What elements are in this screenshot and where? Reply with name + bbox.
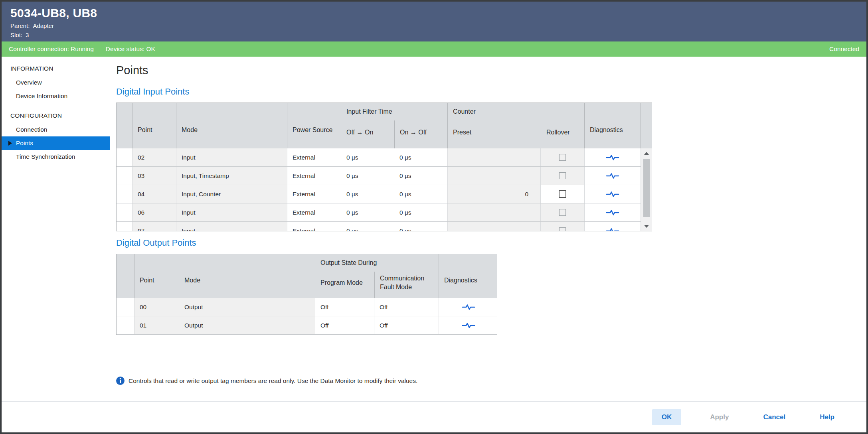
row-selector[interactable] — [117, 167, 132, 185]
diagnostics-cell[interactable] — [585, 222, 641, 231]
row-selector[interactable] — [117, 203, 132, 221]
filter-on-off-cell[interactable]: 0 µs — [394, 222, 448, 231]
sidebar-section-information: INFORMATION — [2, 61, 110, 76]
input-table-scrollbar[interactable] — [641, 148, 652, 231]
comm-fault-mode-cell[interactable]: Off — [374, 316, 439, 334]
input-row-02: 02 Input External 0 µs 0 µs — [117, 148, 652, 167]
filter-off-on-cell[interactable]: 0 µs — [341, 148, 394, 166]
sidebar-item-overview[interactable]: Overview — [2, 76, 110, 89]
sidebar-item-points[interactable]: Points — [2, 136, 110, 150]
diagnostics-pulse-icon — [606, 172, 619, 180]
diagnostics-cell[interactable] — [439, 316, 497, 334]
mode-cell: Input — [176, 222, 287, 231]
device-status: Device status: OK — [106, 45, 155, 53]
input-header-diagnostics: Diagnostics — [585, 103, 641, 148]
program-mode-cell[interactable]: Off — [315, 316, 374, 334]
diagnostics-pulse-icon — [606, 209, 619, 216]
device-configuration-window: 5034-UB8, UB8 Parent:Adapter Slot:3 Cont… — [0, 0, 868, 434]
scroll-up-button[interactable] — [641, 149, 652, 157]
filter-off-on-cell[interactable]: 0 µs — [341, 222, 394, 231]
diagnostics-cell[interactable] — [585, 148, 641, 166]
mode-cell: Input, Counter — [176, 185, 287, 203]
power-source-cell[interactable]: External — [287, 148, 341, 166]
scrollbar-thumb[interactable] — [643, 159, 650, 217]
rollover-cell — [541, 222, 585, 231]
preset-cell — [448, 222, 541, 231]
input-header-on-off: On → Off — [394, 120, 448, 148]
input-table-body: 02 Input External 0 µs 0 µs 03 — [117, 148, 652, 231]
power-source-cell[interactable]: External — [287, 222, 341, 231]
diagnostics-cell[interactable] — [585, 167, 641, 185]
rollover-checkbox — [559, 172, 566, 179]
rollover-checkbox — [559, 209, 566, 216]
input-row-07: 07 Input External 0 µs 0 µs — [117, 222, 652, 231]
row-selector[interactable] — [117, 316, 134, 334]
filter-off-on-cell[interactable]: 0 µs — [341, 167, 394, 185]
filter-on-off-cell[interactable]: 0 µs — [394, 185, 448, 203]
device-header: 5034-UB8, UB8 Parent:Adapter Slot:3 — [2, 2, 866, 41]
row-selector[interactable] — [117, 185, 132, 203]
cancel-button[interactable]: Cancel — [757, 409, 791, 425]
row-selector[interactable] — [117, 298, 134, 316]
rollover-checkbox[interactable] — [559, 190, 566, 198]
diagnostics-pulse-icon — [606, 154, 619, 161]
power-source-cell[interactable]: External — [287, 203, 341, 221]
output-table-header: Point Mode Output State During Program M… — [117, 254, 497, 298]
point-cell: 03 — [132, 167, 176, 185]
diagnostics-cell[interactable] — [439, 298, 497, 316]
preset-cell — [448, 167, 541, 185]
digital-input-points-heading: Digital Input Points — [116, 87, 866, 97]
device-slot-row: Slot:3 — [10, 32, 857, 38]
info-note: Controls that read or write output tag m… — [116, 377, 866, 385]
output-header-group-output-state: Output State During Program Mode Communi… — [315, 254, 439, 298]
filter-on-off-cell[interactable]: 0 µs — [394, 203, 448, 221]
input-header-off-on: Off → On — [341, 120, 394, 148]
filter-off-on-cell[interactable]: 0 µs — [341, 203, 394, 221]
rollover-checkbox — [559, 154, 566, 161]
parent-label: Parent: — [10, 22, 30, 29]
connected-badge: Connected — [829, 45, 859, 53]
row-selector[interactable] — [117, 148, 132, 166]
program-mode-cell[interactable]: Off — [315, 298, 374, 316]
power-source-cell[interactable]: External — [287, 185, 341, 203]
input-header-mode: Mode — [176, 103, 287, 148]
row-selector[interactable] — [117, 222, 132, 231]
scroll-up-arrow-icon — [644, 152, 649, 155]
comm-fault-mode-cell[interactable]: Off — [374, 298, 439, 316]
sidebar-item-connection[interactable]: Connection — [2, 123, 110, 136]
input-row-06: 06 Input External 0 µs 0 µs — [117, 203, 652, 222]
sidebar-item-time-synchronization[interactable]: Time Synchronization — [2, 150, 110, 164]
rollover-cell — [541, 167, 585, 185]
point-cell: 00 — [134, 298, 179, 316]
power-source-cell[interactable]: External — [287, 167, 341, 185]
help-button[interactable]: Help — [814, 409, 840, 425]
preset-cell[interactable]: 0 — [448, 185, 541, 203]
mode-cell: Input, Timestamp — [176, 167, 287, 185]
output-header-comm-fault-mode: Communication Fault Mode — [374, 272, 439, 298]
mode-cell: Input — [176, 203, 287, 221]
ok-button[interactable]: OK — [652, 409, 682, 425]
filter-off-on-cell[interactable]: 0 µs — [341, 185, 394, 203]
output-header-point: Point — [134, 254, 179, 298]
slot-label: Slot: — [10, 32, 22, 38]
diagnostics-cell[interactable] — [585, 185, 641, 203]
device-parent-row: Parent:Adapter — [10, 22, 857, 29]
digital-output-points-heading: Digital Output Points — [116, 238, 866, 248]
sidebar-item-device-information[interactable]: Device Information — [2, 89, 110, 103]
input-header-scrollbar-spacer — [641, 103, 652, 148]
diagnostics-cell[interactable] — [585, 203, 641, 221]
output-row-00: 00 Output Off Off — [117, 298, 497, 316]
digital-output-points-table: Point Mode Output State During Program M… — [116, 254, 497, 335]
filter-on-off-cell[interactable]: 0 µs — [394, 148, 448, 166]
output-header-diagnostics: Diagnostics — [439, 254, 497, 298]
filter-on-off-cell[interactable]: 0 µs — [394, 167, 448, 185]
sidebar-section-configuration: CONFIGURATION — [2, 108, 110, 123]
point-cell: 07 — [132, 222, 176, 231]
input-header-point: Point — [132, 103, 176, 148]
point-cell: 04 — [132, 185, 176, 203]
apply-button[interactable]: Apply — [704, 409, 734, 425]
mode-cell: Output — [179, 298, 315, 316]
scroll-down-button[interactable] — [641, 222, 652, 230]
parent-value: Adapter — [33, 22, 54, 29]
main-content: Points Digital Input Points Point Mode P… — [110, 57, 866, 401]
